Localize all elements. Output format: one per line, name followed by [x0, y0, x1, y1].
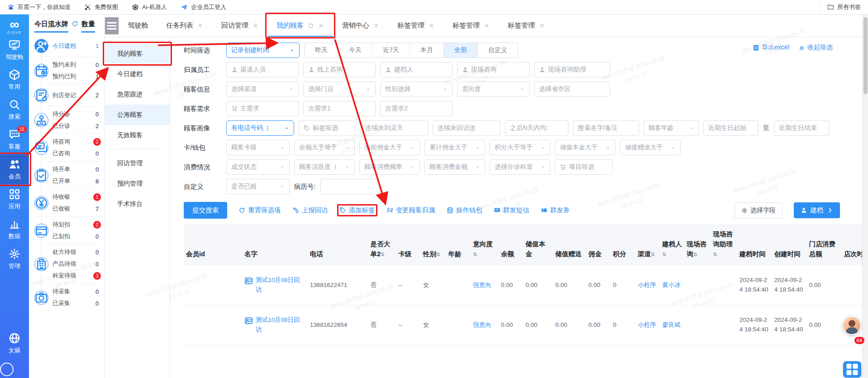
tab-close-icon[interactable] — [373, 23, 379, 29]
action-操作钱包[interactable]: 操作钱包 — [447, 206, 482, 215]
flow-row-已划扣[interactable]: 已划扣0 — [52, 232, 101, 240]
flow-row-已采集[interactable]: 已采集0 — [52, 299, 101, 307]
input-连续未回访连[interactable]: 连续未回访连 — [433, 120, 501, 136]
chip-昨天[interactable]: 昨天 — [305, 43, 338, 57]
input-建档人[interactable]: 建档人 — [380, 62, 453, 77]
select-储值本金大于[interactable]: 储值本金大于 — [555, 140, 615, 155]
input-次需求2[interactable]: 次需求2 — [380, 101, 453, 116]
col-header-site_consult[interactable]: 现场咨询⇅ — [685, 224, 711, 265]
col-header-file_time[interactable]: 建档时间 — [737, 224, 772, 265]
col-header-site_assist[interactable]: 现场咨询助理⇅ — [711, 224, 737, 265]
col-header-store_total[interactable]: 门店消费总额 — [807, 224, 842, 265]
nav-item-无效顾客[interactable]: 无效顾客 — [105, 125, 170, 145]
nav-item-手术排台[interactable]: 手术排台 — [105, 194, 170, 214]
tab-标签管理-6[interactable]: 标签管理 — [444, 14, 499, 37]
select-顾客年龄[interactable]: 顾客年龄 — [644, 120, 699, 136]
tab-我的顾客-3[interactable]: 我的顾客 — [267, 14, 333, 37]
input-次需求1[interactable]: 次需求1 — [303, 101, 376, 116]
tab-标签管理-5[interactable]: 标签管理 — [388, 14, 444, 37]
flow-row-预约已到[interactable]: 预约已到1 — [52, 72, 101, 81]
flow-row-已收银[interactable]: 已收银7 — [52, 205, 101, 213]
select-顾客卡级[interactable]: 顾客卡级 — [226, 140, 290, 155]
tab-close-icon[interactable] — [539, 23, 545, 29]
col-header-age[interactable]: 年龄 — [446, 224, 471, 265]
sort-icon[interactable]: ⇅ — [436, 252, 440, 257]
tab-回访管理-2[interactable]: 回访管理 — [212, 14, 267, 37]
select-选择渠道[interactable]: 选择渠道 — [226, 81, 299, 97]
action-群发短信[interactable]: 群发短信 — [494, 206, 529, 215]
chip-今天[interactable]: 今天 — [338, 43, 372, 57]
select-选择门店[interactable]: 选择门店 — [303, 81, 376, 97]
select-余额大于等于[interactable]: 余额大于等于 — [294, 140, 355, 155]
chip-全部[interactable]: 全部 — [444, 43, 477, 57]
col-header-commission[interactable]: 佣金 — [586, 224, 610, 265]
tab-营销中心-4[interactable]: 营销中心 — [333, 14, 388, 37]
flow-row-待开单[interactable]: 待开单0 — [52, 165, 101, 173]
input-empty[interactable] — [320, 179, 379, 194]
chip-本月[interactable]: 本月 — [410, 43, 444, 57]
select-顾客消费金额[interactable]: 顾客消费金额 — [424, 159, 485, 175]
sort-icon[interactable]: ⇅ — [381, 252, 385, 257]
export-excel-button[interactable]: 导出excel — [753, 43, 789, 52]
select-意向度[interactable]: 意向度 — [457, 81, 529, 97]
col-header-id[interactable]: 会员id — [184, 224, 242, 265]
flow-row-预约未到[interactable]: 预约未到0 — [52, 61, 101, 69]
submit-search-button[interactable]: 提交搜索 — [184, 202, 227, 219]
flow-row-已开单[interactable]: 已开单8 — [52, 177, 101, 185]
input-主需求[interactable]: 主需求 — [226, 101, 299, 116]
customer-name-link[interactable]: 测试10月08日回访 — [256, 276, 305, 295]
col-header-principal[interactable]: 储值本金 — [523, 224, 553, 265]
select-是否已婚[interactable]: 是否已婚 — [226, 179, 290, 194]
bookmark-item[interactable]: 企业员工登入 — [181, 3, 226, 11]
input-近期生日结束[interactable]: 近期生日结束 — [774, 120, 829, 136]
col-header-create_time[interactable]: 创建时间 — [772, 224, 807, 265]
select-成交状态[interactable]: 成交状态 — [226, 159, 290, 175]
action-上报回访[interactable]: 上报回访 — [292, 206, 328, 215]
sort-icon[interactable]: ⇅ — [473, 252, 477, 257]
rail-item-搜索[interactable]: 搜索 — [0, 95, 29, 124]
select-当前佣金大于[interactable]: 当前佣金大于 — [359, 140, 420, 155]
input-渠道人员[interactable]: 渠道人员 — [226, 62, 299, 77]
scrollbar[interactable] — [862, 14, 868, 378]
col-header-gender[interactable]: 性别⇅ — [421, 224, 446, 265]
flow-row-已分诊[interactable]: 已分诊2 — [52, 122, 101, 130]
chip-近7天[interactable]: 近7天 — [372, 43, 410, 57]
select-fields-button[interactable]: 选择字段 — [734, 202, 782, 219]
input-连续未到店天[interactable]: 连续未到店天 — [360, 120, 428, 136]
flow-row-今日建档[interactable]: 今日建档1 — [52, 42, 101, 50]
input-选择省市区[interactable]: 选择省市区 — [534, 81, 610, 97]
nav-item-回访管理[interactable]: 回访管理 — [105, 153, 170, 173]
rail-item-会员[interactable]: 会员 — [0, 154, 29, 184]
input-线上咨询[interactable]: 线上咨询 — [303, 62, 376, 77]
input-现场咨询助理[interactable]: 现场咨询助理 — [534, 62, 610, 77]
action-群发券[interactable]: 群发券 — [541, 206, 570, 215]
rail-item-数据[interactable]: 数据 — [0, 214, 29, 244]
sort-icon[interactable]: ⇅ — [713, 252, 717, 257]
input-标签筛选[interactable]: 标签筛选 — [299, 120, 356, 136]
refresh-icon[interactable] — [72, 20, 78, 27]
flow-row-科室待领[interactable]: 科室待领3 — [52, 272, 101, 280]
select-积分大于等于[interactable]: 积分大于等于 — [490, 140, 550, 155]
col-header-card[interactable]: 卡级 — [396, 224, 420, 265]
input-之后N天内均:[interactable]: 之后N天内均: — [505, 120, 568, 136]
input-现场咨询[interactable]: 现场咨询 — [457, 62, 529, 77]
sort-icon[interactable]: ⇅ — [662, 252, 666, 257]
quick-app-tile[interactable] — [843, 361, 861, 378]
input-近期生日起始[interactable]: 近期生日起始 — [703, 120, 758, 136]
customer-name-cell[interactable]: 测试10月08日回访 — [244, 316, 305, 335]
col-header-big[interactable]: 是否大单2⇅ — [368, 224, 396, 265]
col-header-balance[interactable]: 余额 — [499, 224, 523, 265]
select-记录创建时间[interactable]: 记录创建时间 — [226, 43, 300, 58]
nav-item-我的顾客[interactable]: 我的顾客 — [105, 43, 170, 64]
nav-item-公海顾客[interactable]: 公海顾客 — [105, 105, 170, 125]
rail-item-客服[interactable]: 客服15 — [0, 124, 29, 154]
tab-驾驶舱-0[interactable]: 驾驶舱 — [119, 14, 157, 37]
flow-row-待采集[interactable]: 待采集0 — [52, 287, 101, 296]
flow-row-待咨询[interactable]: 待咨询2 — [52, 138, 101, 146]
sort-icon[interactable]: ⇅ — [693, 252, 697, 257]
col-header-creator[interactable]: 建档人⇅ — [660, 224, 684, 265]
col-header-intent[interactable]: 意向度⇅ — [471, 224, 499, 265]
col-header-name[interactable]: 名字 — [242, 224, 308, 265]
rail-item-管理[interactable]: 管理 — [0, 244, 29, 274]
select-选择分诊科室[interactable]: 选择分诊科室 — [490, 159, 550, 175]
